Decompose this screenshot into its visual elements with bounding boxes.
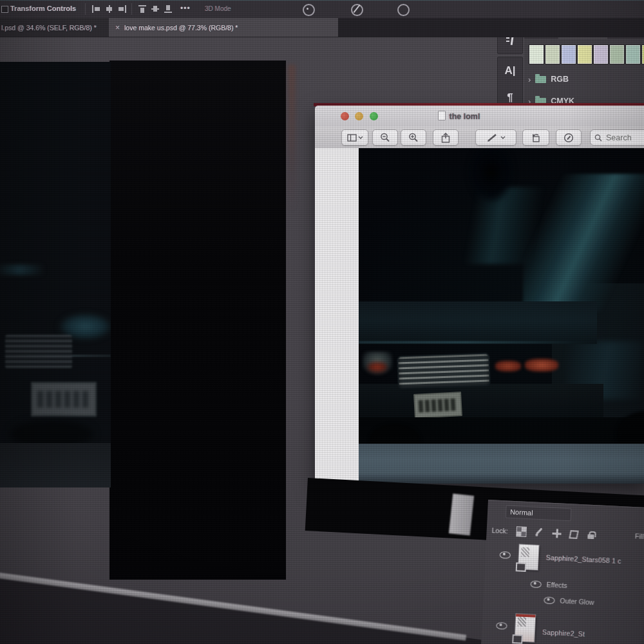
- layer-name: Sapphire2_St: [542, 628, 585, 638]
- zoom-out-icon: [380, 133, 390, 142]
- align-center-icon[interactable]: [105, 5, 113, 13]
- share-icon: [441, 133, 450, 143]
- swatch[interactable]: [578, 45, 592, 64]
- preview-window: the loml: [315, 106, 644, 484]
- align-middle-icon[interactable]: [151, 5, 160, 13]
- lock-transparency-icon[interactable]: [516, 526, 527, 537]
- search-field[interactable]: [590, 129, 644, 146]
- screen-photo: A| ¶ Color Swatches Gradien ›: [0, 0, 644, 644]
- visibility-eye-icon[interactable]: [530, 580, 542, 588]
- car-photo: [359, 148, 644, 484]
- chevron-down-icon: [500, 136, 506, 140]
- effects-row[interactable]: Effects: [530, 580, 567, 589]
- visibility-eye-icon[interactable]: [496, 622, 507, 630]
- align-left-icon[interactable]: [92, 5, 100, 13]
- close-tab-icon[interactable]: ×: [115, 23, 120, 32]
- mode-label: 3D Mode: [205, 5, 231, 12]
- drag-3d-icon[interactable]: [397, 4, 410, 16]
- rotate-left-icon: [531, 133, 542, 143]
- zoom-in-icon: [408, 133, 419, 142]
- share-button[interactable]: [433, 129, 459, 146]
- photo-artifact-streak: [288, 64, 296, 213]
- folder-icon: [535, 76, 546, 83]
- disclosure-triangle-icon[interactable]: ›: [528, 75, 531, 84]
- tab-label: love make us.psd @ 77.3% (RGB/8) *: [124, 24, 238, 32]
- zoom-in-button[interactable]: [401, 129, 426, 146]
- divider: [85, 3, 86, 15]
- swatch[interactable]: [529, 45, 544, 64]
- swatch-row: [529, 45, 644, 63]
- align-top-icon[interactable]: [138, 5, 147, 13]
- canvas-car-image: [0, 62, 111, 488]
- layer-thumbnail[interactable]: [515, 614, 535, 641]
- search-input[interactable]: [605, 133, 644, 143]
- roll-3d-icon[interactable]: [351, 4, 363, 16]
- transform-controls-label: Transform Controls: [10, 5, 76, 12]
- divider: [131, 3, 132, 15]
- markup-circle-icon: [564, 133, 574, 143]
- preview-content: [315, 148, 644, 484]
- zoom-out-button[interactable]: [372, 129, 398, 146]
- document-canvas-black: [109, 61, 286, 580]
- fill-label: Fill: [635, 532, 644, 540]
- document-tab-bar: l.psd @ 34.6% (SELF, RGB/8) * × love mak…: [0, 18, 644, 37]
- swatch[interactable]: [626, 45, 640, 64]
- car-glint: [0, 265, 45, 275]
- sidebar-button[interactable]: [341, 129, 368, 146]
- layer-row[interactable]: Sapphire2_Stars058 1 c: [485, 542, 644, 579]
- align-bottom-icon[interactable]: [164, 5, 173, 13]
- document-tab[interactable]: l.psd @ 34.6% (SELF, RGB/8) *: [0, 18, 117, 37]
- color-cast: [359, 148, 644, 484]
- swatch[interactable]: [610, 45, 624, 64]
- character-panel-icon[interactable]: A|: [504, 64, 515, 77]
- orbit-3d-icon[interactable]: [303, 4, 315, 16]
- layer-row[interactable]: Sapphire2_St: [481, 610, 643, 644]
- tab-label: l.psd @ 34.6% (SELF, RGB/8) *: [1, 24, 97, 32]
- window-title: the loml: [315, 111, 603, 121]
- layer-mask-badge: [512, 634, 523, 644]
- lock-artboard-icon[interactable]: [569, 530, 578, 539]
- road: [0, 443, 111, 488]
- markup-pen-button[interactable]: [475, 129, 516, 146]
- layer-name: Sapphire2_Stars058 1 c: [545, 553, 621, 565]
- sidebar-icon: [347, 134, 357, 142]
- car-license-plate: [31, 382, 97, 417]
- transform-controls-checkbox[interactable]: [1, 6, 8, 13]
- effect-item-row[interactable]: Outer Glow: [544, 596, 594, 606]
- document-tab-active[interactable]: × love make us.psd @ 77.3% (RGB/8) *: [109, 18, 338, 37]
- effects-label: Effects: [546, 581, 567, 590]
- markup-toolbar-button[interactable]: [556, 129, 582, 146]
- lock-label: Lock:: [491, 526, 508, 535]
- swatch[interactable]: [545, 45, 560, 64]
- layers-panel: Normal Lock: Fill Sapphire2_Stars058 1 c…: [480, 500, 644, 644]
- preview-titlebar[interactable]: the loml: [315, 106, 644, 127]
- layer-mask-badge: [516, 562, 527, 572]
- lock-pixels-icon[interactable]: [535, 528, 544, 538]
- swatch-group-rgb[interactable]: › RGB: [528, 71, 569, 88]
- photo-artifact-strip: [449, 493, 474, 535]
- blend-mode-dropdown[interactable]: Normal: [506, 505, 572, 521]
- chevron-down-icon: [358, 136, 363, 140]
- rotate-button[interactable]: [522, 129, 549, 146]
- document-icon: [438, 111, 446, 120]
- group-label: RGB: [551, 75, 569, 84]
- layer-thumbnail[interactable]: [518, 544, 539, 569]
- visibility-eye-icon[interactable]: [544, 596, 555, 604]
- more-options-icon[interactable]: •••: [180, 4, 191, 13]
- blend-mode-value: Normal: [510, 508, 533, 517]
- paragraph-panel-icon[interactable]: ¶: [507, 91, 513, 104]
- visibility-eye-icon[interactable]: [500, 551, 511, 559]
- effect-name: Outer Glow: [560, 597, 594, 607]
- options-bar: Transform Controls ••• 3D Mode: [0, 0, 644, 19]
- search-icon: [594, 134, 602, 142]
- car-grille: [5, 335, 72, 368]
- preview-toolbar: [315, 126, 644, 149]
- pen-icon: [486, 133, 499, 142]
- align-right-icon[interactable]: [118, 5, 126, 13]
- swatch[interactable]: [562, 45, 576, 64]
- lock-position-icon[interactable]: [552, 529, 562, 538]
- swatch[interactable]: [594, 45, 608, 64]
- lock-all-icon[interactable]: [586, 531, 596, 540]
